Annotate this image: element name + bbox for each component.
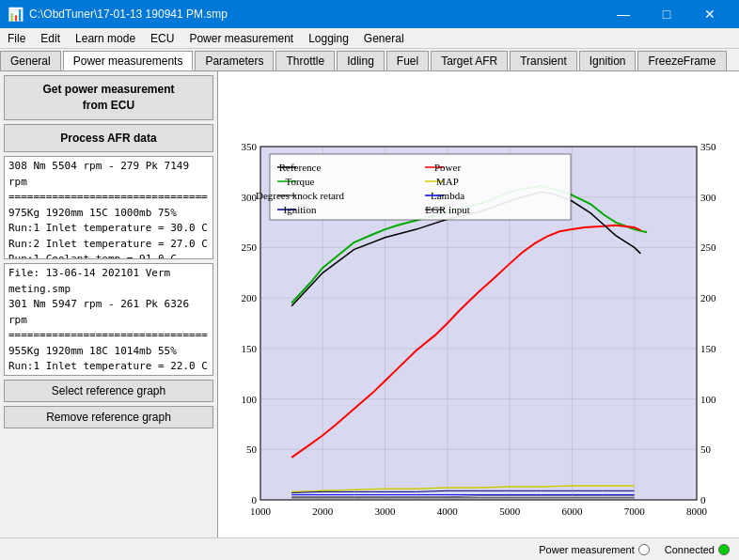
get-power-button[interactable]: Get power measurementfrom ECU (4, 75, 213, 120)
info2-line3: ================================ (8, 328, 209, 344)
info-box-2: File: 13-06-14 202101 Verm meting.smp 30… (4, 263, 213, 376)
info2-line6: Run:2 Inlet temperature = 23.0 C (8, 375, 209, 377)
select-ref-button[interactable]: Select reference graph (4, 380, 213, 402)
info2-line5: Run:1 Inlet temperature = 22.0 C (8, 359, 209, 375)
title-bar: 📊 C:\ObdTuner\17-01-13 190941 PM.smp — □… (0, 0, 739, 28)
tab-fuel[interactable]: Fuel (386, 51, 429, 70)
menu-bar: File Edit Learn mode ECU Power measureme… (0, 28, 739, 49)
connected-status: Connected (665, 544, 730, 555)
power-measurement-status: Power measurement (539, 544, 650, 555)
tab-idling[interactable]: Idling (337, 51, 385, 70)
maximize-button[interactable]: □ (645, 0, 688, 28)
info1-line5: Run:2 Inlet temperature = 27.0 C (8, 237, 209, 253)
menu-general[interactable]: General (356, 28, 412, 48)
info2-line2: 301 Nm 5947 rpm - 261 Pk 6326 rpm (8, 297, 209, 328)
power-chart (218, 71, 739, 537)
menu-file[interactable]: File (0, 28, 33, 48)
close-button[interactable]: ✕ (688, 0, 731, 28)
connected-label: Connected (665, 544, 715, 555)
info2-line4: 955Kg 1920mm 18C 1014mb 55% (8, 344, 209, 360)
left-panel: Get power measurementfrom ECU Process AF… (0, 71, 218, 537)
info2-line1: File: 13-06-14 202101 Verm meting.smp (8, 266, 209, 297)
info1-line2: ================================ (8, 190, 209, 206)
tab-parameters[interactable]: Parameters (195, 51, 274, 70)
minimize-button[interactable]: — (602, 0, 645, 28)
status-bar: Power measurement Connected (0, 537, 739, 560)
menu-ecu[interactable]: ECU (143, 28, 181, 48)
tab-target-afr[interactable]: Target AFR (431, 51, 508, 70)
power-measurement-dot (638, 544, 650, 555)
tab-ignition[interactable]: Ignition (579, 51, 637, 70)
window-controls: — □ ✕ (602, 0, 731, 28)
tab-transient[interactable]: Transient (510, 51, 577, 70)
right-panel (218, 71, 739, 537)
power-measurement-label: Power measurement (539, 544, 635, 555)
info-box-1: 308 Nm 5504 rpm - 279 Pk 7149 rpm ======… (4, 156, 213, 259)
menu-learn-mode[interactable]: Learn mode (68, 28, 143, 48)
tab-general[interactable]: General (0, 51, 61, 70)
tab-throttle[interactable]: Throttle (275, 51, 335, 70)
info1-line1: 308 Nm 5504 rpm - 279 Pk 7149 rpm (8, 159, 209, 190)
info1-line3: 975Kg 1920mm 15C 1000mb 75% (8, 206, 209, 222)
tab-bar: General Power measurements Parameters Th… (0, 49, 739, 71)
info1-line4: Run:1 Inlet temperature = 30.0 C (8, 221, 209, 237)
tab-freeze-frame[interactable]: FreezeFrame (637, 51, 726, 70)
menu-logging[interactable]: Logging (301, 28, 356, 48)
connected-dot (718, 544, 730, 555)
tab-power-measurements[interactable]: Power measurements (63, 51, 194, 70)
menu-edit[interactable]: Edit (33, 28, 68, 48)
menu-power-measurement[interactable]: Power measurement (181, 28, 301, 48)
app-icon: 📊 (8, 7, 24, 22)
process-afr-button[interactable]: Process AFR data (4, 124, 213, 153)
remove-ref-button[interactable]: Remove reference graph (4, 406, 213, 428)
main-content: Get power measurementfrom ECU Process AF… (0, 71, 739, 537)
info1-line6: Run:1 Coolant temp = 91.0 C (8, 252, 209, 259)
window-title: C:\ObdTuner\17-01-13 190941 PM.smp (29, 8, 602, 21)
bottom-buttons: Select reference graph Remove reference … (4, 380, 213, 428)
